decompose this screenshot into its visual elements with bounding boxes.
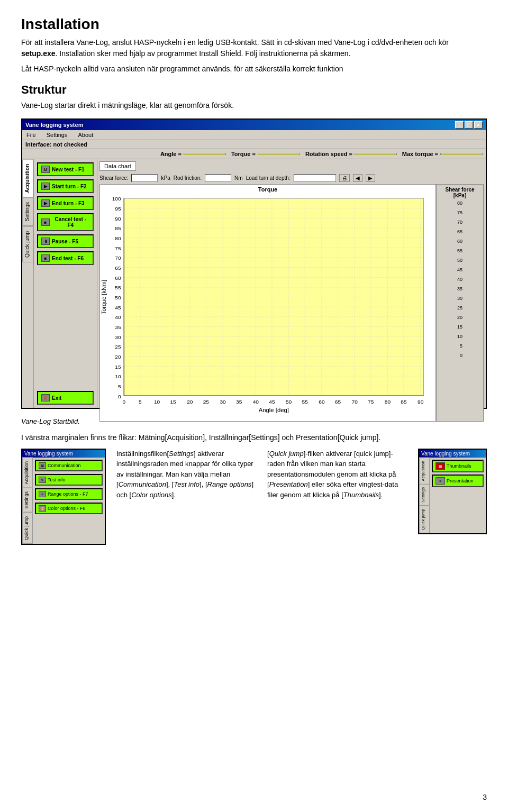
max-torque-value	[440, 153, 483, 155]
qj-tab-settings[interactable]: Settings	[419, 484, 430, 506]
close-btn[interactable]: ×	[474, 121, 483, 129]
shear-input[interactable]	[131, 174, 158, 182]
titlebar-controls: _ □ ×	[455, 121, 483, 129]
settings-tabs: Acquisition Settings Quick jump	[22, 458, 33, 544]
menu-file[interactable]: File	[24, 131, 38, 139]
torque-label: Torque =	[231, 151, 256, 157]
chart-area: Torque	[99, 184, 484, 422]
arrow-left-button[interactable]: ◀	[353, 174, 362, 182]
svg-text:90: 90	[115, 216, 121, 222]
svg-text:65: 65	[335, 399, 341, 405]
rotation-value	[355, 153, 397, 155]
svg-text:10: 10	[154, 399, 160, 405]
svg-text:85: 85	[115, 226, 121, 232]
tab-acquisition[interactable]: Acquisition	[22, 159, 33, 197]
presentation-button[interactable]: ≡ Presentation	[432, 475, 484, 487]
thumbnails-label: Thumbnails	[447, 463, 471, 469]
test-info-icon: ✎	[39, 477, 46, 483]
svg-text:0: 0	[122, 399, 125, 405]
shear-val-65: 65	[457, 229, 462, 234]
svg-text:60: 60	[115, 275, 121, 281]
page-title: Installation	[21, 16, 487, 33]
shear-val-25: 25	[457, 305, 462, 311]
svg-text:30: 30	[220, 399, 226, 405]
svg-text:95: 95	[115, 206, 121, 212]
shear-val-20: 20	[457, 315, 462, 320]
svg-text:90: 90	[418, 399, 424, 405]
qj-tab-acquisition[interactable]: Acquisition	[419, 458, 430, 485]
qj-titlebar: Vane logging system	[419, 450, 486, 458]
svg-text:45: 45	[269, 399, 275, 405]
print-button[interactable]: 🖨	[339, 174, 350, 182]
exit-button[interactable]: 🚪 Exit	[37, 391, 94, 405]
range-options-button[interactable]: ≡ Range options - F7	[35, 488, 103, 500]
quickjump-screenshot: Vane logging system Acquisition Settings…	[418, 449, 487, 535]
svg-text:55: 55	[115, 285, 121, 290]
communication-button[interactable]: 🖥 Communication	[35, 460, 103, 471]
svg-text:15: 15	[170, 399, 176, 405]
svg-text:5: 5	[118, 384, 121, 389]
cancel-test-button[interactable]: ■ Cancel test - F4	[37, 213, 94, 231]
svg-text:40: 40	[115, 314, 121, 320]
struktur-text: Vane-Log startar direkt i mätningsläge, …	[21, 100, 487, 111]
shear-panel-title: Shear force [kPa]	[439, 187, 481, 198]
svg-text:15: 15	[115, 364, 121, 370]
shear-val-10: 10	[457, 334, 462, 339]
range-options-icon: ≡	[39, 491, 46, 497]
new-test-button[interactable]: U New test - F1	[37, 162, 94, 176]
qj-tab-quickjump[interactable]: Quick jump	[419, 506, 430, 533]
qj-body: Acquisition Settings Quick jump ▦ Thumbn…	[419, 458, 486, 534]
shear-unit: kPa	[161, 175, 170, 181]
intro-para-2: Låt HASP-nyckeln alltid vara ansluten nä…	[21, 63, 487, 75]
shear-val-60: 60	[457, 239, 462, 244]
menu-settings[interactable]: Settings	[44, 131, 70, 139]
cancel-test-icon: ■	[41, 218, 50, 226]
exit-icon: 🚪	[41, 394, 50, 402]
load-input[interactable]	[294, 174, 336, 182]
settings-tab-quickjump[interactable]: Quick jump	[22, 513, 33, 544]
intro-para-1: För att installera Vane-Log, anslut HASP…	[21, 37, 487, 59]
thumbnails-button[interactable]: ▦ Thumbnails	[432, 460, 484, 472]
angle-label: Angle =	[160, 151, 182, 157]
new-test-icon: U	[41, 166, 50, 173]
end-turn-button[interactable]: ▶ End turn - F3	[37, 196, 94, 210]
svg-text:Angle [deg]: Angle [deg]	[259, 407, 289, 413]
test-info-label: Test info	[48, 477, 66, 482]
arrow-right-button[interactable]: ▶	[366, 174, 375, 182]
end-turn-icon: ▶	[41, 199, 50, 207]
vane-buttons-panel: U New test - F1 ▶ Start turn - F2 ▶ End …	[34, 159, 97, 408]
minimize-btn[interactable]: _	[455, 121, 464, 129]
header-fields: Angle = Torque = Rotation speed = Max to…	[22, 149, 486, 159]
svg-text:55: 55	[302, 399, 309, 405]
tab-settings[interactable]: Settings	[22, 197, 33, 226]
max-torque-group: Max torque =	[402, 151, 483, 157]
chart-svg: 100 95 90 85 80 75 70 65 60 55 50 45	[100, 193, 436, 413]
friction-unit: Nm	[234, 175, 243, 181]
vane-main-area: Data chart Shear force: kPa Rod friction…	[97, 159, 486, 408]
max-torque-label: Max torque =	[402, 151, 438, 157]
settings-tab-settings[interactable]: Settings	[22, 488, 33, 513]
torque-value	[258, 153, 300, 155]
end-test-button[interactable]: ■ End test - F6	[37, 251, 94, 265]
menu-about[interactable]: About	[76, 131, 95, 139]
end-test-icon: ■	[41, 254, 50, 262]
end-test-label: End test - F6	[52, 256, 84, 261]
pause-button[interactable]: ⏸ Pause - F5	[37, 234, 94, 248]
data-chart-tab[interactable]: Data chart	[99, 161, 136, 171]
range-options-label: Range options - F7	[48, 491, 88, 497]
vane-tabs-left: Acquisition Settings Quick jump	[22, 159, 34, 408]
end-turn-label: End turn - F3	[52, 200, 85, 206]
quickjump-description: [Quick jump]-fliken aktiverar [quick jum…	[267, 449, 407, 505]
friction-input[interactable]	[205, 174, 231, 182]
maximize-btn[interactable]: □	[465, 121, 473, 129]
shear-scale: 80 75 70 65 60 55 50 45 40 35 30 25 20 1…	[457, 200, 462, 358]
start-turn-button[interactable]: ▶ Start turn - F2	[37, 179, 94, 193]
settings-tab-acquisition[interactable]: Acquisition	[22, 458, 33, 488]
tab-quickjump[interactable]: Quick jump	[22, 226, 33, 262]
svg-text:0: 0	[118, 394, 121, 399]
test-info-button[interactable]: ✎ Test info	[35, 474, 103, 486]
color-options-button[interactable]: 🎨 Color options - F8	[35, 503, 103, 514]
pause-label: Pause - F5	[52, 239, 78, 244]
vane-menubar: File Settings About	[22, 130, 486, 140]
svg-text:25: 25	[115, 344, 121, 350]
